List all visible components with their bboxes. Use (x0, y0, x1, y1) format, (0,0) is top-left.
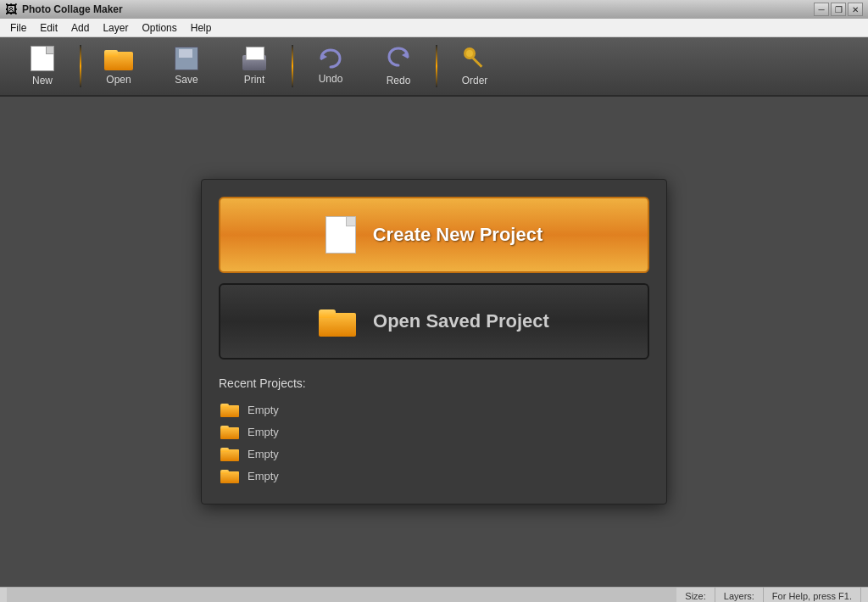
create-new-project-button[interactable]: Create New Project (219, 197, 649, 273)
save-button[interactable]: Save (153, 41, 220, 92)
undo-icon (318, 47, 343, 70)
recent-item-label-2: Empty (248, 426, 279, 438)
new-label: New (32, 75, 53, 86)
recent-item-label-4: Empty (248, 470, 279, 482)
open-saved-icon (319, 306, 356, 337)
separator-3 (436, 45, 437, 87)
key-shape (464, 47, 486, 70)
print-icon (241, 47, 268, 70)
recent-item-4[interactable]: Empty (219, 465, 649, 487)
size-status: Size: (676, 588, 715, 602)
menu-options[interactable]: Options (135, 20, 183, 36)
recent-item-1[interactable]: Empty (219, 399, 649, 421)
recent-folder-icon-3 (220, 446, 239, 461)
close-button[interactable]: ✕ (848, 3, 863, 16)
print-button[interactable]: Print (220, 41, 288, 92)
menu-help[interactable]: Help (184, 20, 219, 36)
order-button[interactable]: Order (441, 41, 509, 92)
redo-label: Redo (387, 75, 411, 86)
recent-item-2[interactable]: Empty (219, 421, 649, 443)
recent-folder-icon-1 (220, 402, 239, 417)
open-saved-project-button[interactable]: Open Saved Project (219, 283, 649, 360)
save-icon (175, 47, 198, 70)
undo-button[interactable]: Undo (297, 41, 364, 92)
title-bar: 🖼 Photo Collage Maker ─ ❐ ✕ (0, 0, 868, 19)
toolbar: New Open Save Print Undo Redo (0, 37, 868, 97)
svg-marker-1 (402, 52, 408, 59)
create-new-label: Create New Project (373, 224, 543, 246)
save-label: Save (175, 74, 198, 86)
redo-icon (386, 46, 411, 71)
status-bar: Size: Layers: For Help, press F1. (0, 587, 868, 602)
menu-layer[interactable]: Layer (96, 20, 135, 36)
menu-add[interactable]: Add (64, 20, 96, 36)
scrollbar[interactable] (7, 588, 676, 602)
app-icon: 🖼 (5, 3, 17, 16)
startup-dialog: Create New Project Open Saved Project Re… (201, 179, 667, 504)
title-bar-left: 🖼 Photo Collage Maker (5, 3, 123, 16)
open-icon (104, 47, 133, 70)
separator-1 (80, 45, 81, 87)
open-button[interactable]: Open (85, 41, 153, 92)
recent-item-3[interactable]: Empty (219, 443, 649, 465)
main-area: Create New Project Open Saved Project Re… (0, 97, 868, 587)
recent-item-label-3: Empty (248, 448, 279, 460)
order-label: Order (462, 75, 488, 86)
menu-edit[interactable]: Edit (33, 20, 64, 36)
undo-svg (318, 47, 343, 70)
restore-button[interactable]: ❐ (831, 3, 846, 16)
layers-status: Layers: (715, 588, 764, 602)
title-bar-controls: ─ ❐ ✕ (814, 3, 863, 16)
new-button[interactable]: New (8, 41, 76, 92)
recent-folder-icon-2 (220, 424, 239, 439)
recent-folder-icon-4 (220, 468, 239, 483)
separator-2 (292, 45, 293, 87)
order-icon (462, 46, 487, 71)
print-label: Print (244, 74, 265, 86)
redo-svg (386, 46, 411, 68)
undo-label: Undo (319, 73, 343, 85)
open-label: Open (106, 74, 131, 86)
new-icon (31, 46, 54, 71)
help-status: For Help, press F1. (764, 588, 861, 602)
recent-item-label-1: Empty (248, 404, 279, 416)
key-shaft (471, 56, 482, 67)
svg-marker-0 (321, 53, 327, 60)
app-title: Photo Collage Maker (22, 3, 123, 15)
create-new-icon (326, 216, 356, 254)
recent-projects-label: Recent Projects: (219, 376, 649, 390)
menu-file[interactable]: File (3, 20, 33, 36)
redo-button[interactable]: Redo (364, 41, 432, 92)
menu-bar: File Edit Add Layer Options Help (0, 19, 868, 37)
open-saved-label: Open Saved Project (373, 310, 549, 332)
minimize-button[interactable]: ─ (814, 3, 829, 16)
